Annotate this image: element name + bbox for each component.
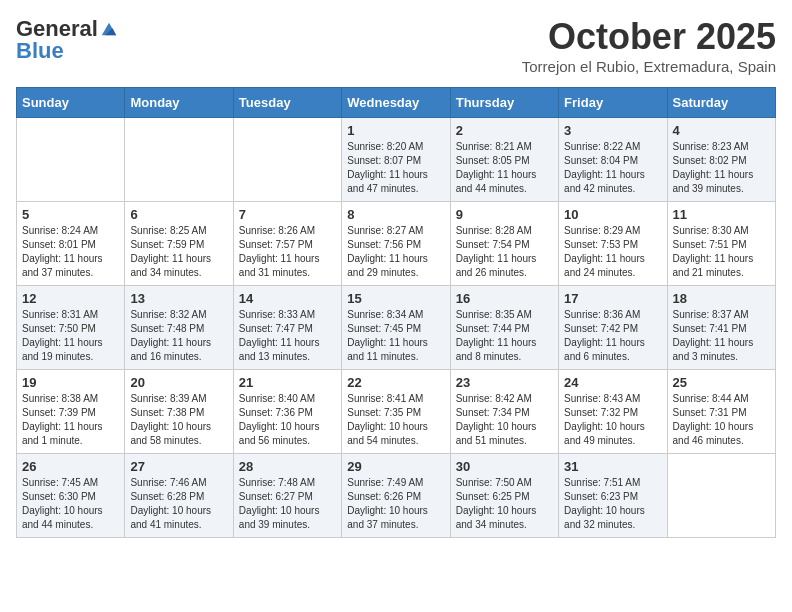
day-number: 19 — [22, 375, 119, 390]
weekday-header-thursday: Thursday — [450, 88, 558, 118]
calendar-cell: 30Sunrise: 7:50 AM Sunset: 6:25 PM Dayli… — [450, 454, 558, 538]
day-number: 22 — [347, 375, 444, 390]
day-number: 23 — [456, 375, 553, 390]
day-info: Sunrise: 8:36 AM Sunset: 7:42 PM Dayligh… — [564, 308, 661, 364]
day-number: 9 — [456, 207, 553, 222]
day-number: 2 — [456, 123, 553, 138]
day-info: Sunrise: 8:41 AM Sunset: 7:35 PM Dayligh… — [347, 392, 444, 448]
calendar-cell: 5Sunrise: 8:24 AM Sunset: 8:01 PM Daylig… — [17, 202, 125, 286]
day-info: Sunrise: 8:39 AM Sunset: 7:38 PM Dayligh… — [130, 392, 227, 448]
weekday-header-wednesday: Wednesday — [342, 88, 450, 118]
week-row-2: 5Sunrise: 8:24 AM Sunset: 8:01 PM Daylig… — [17, 202, 776, 286]
day-info: Sunrise: 7:49 AM Sunset: 6:26 PM Dayligh… — [347, 476, 444, 532]
weekday-header-row: SundayMondayTuesdayWednesdayThursdayFrid… — [17, 88, 776, 118]
title-block: October 2025 Torrejon el Rubio, Extremad… — [522, 16, 776, 75]
day-info: Sunrise: 7:51 AM Sunset: 6:23 PM Dayligh… — [564, 476, 661, 532]
day-info: Sunrise: 8:26 AM Sunset: 7:57 PM Dayligh… — [239, 224, 336, 280]
day-info: Sunrise: 8:22 AM Sunset: 8:04 PM Dayligh… — [564, 140, 661, 196]
day-info: Sunrise: 8:44 AM Sunset: 7:31 PM Dayligh… — [673, 392, 770, 448]
calendar-cell — [17, 118, 125, 202]
day-info: Sunrise: 8:37 AM Sunset: 7:41 PM Dayligh… — [673, 308, 770, 364]
day-info: Sunrise: 8:24 AM Sunset: 8:01 PM Dayligh… — [22, 224, 119, 280]
calendar-table: SundayMondayTuesdayWednesdayThursdayFrid… — [16, 87, 776, 538]
calendar-cell: 11Sunrise: 8:30 AM Sunset: 7:51 PM Dayli… — [667, 202, 775, 286]
calendar-cell: 25Sunrise: 8:44 AM Sunset: 7:31 PM Dayli… — [667, 370, 775, 454]
calendar-cell: 31Sunrise: 7:51 AM Sunset: 6:23 PM Dayli… — [559, 454, 667, 538]
calendar-cell — [233, 118, 341, 202]
calendar-cell: 7Sunrise: 8:26 AM Sunset: 7:57 PM Daylig… — [233, 202, 341, 286]
calendar-cell: 23Sunrise: 8:42 AM Sunset: 7:34 PM Dayli… — [450, 370, 558, 454]
day-info: Sunrise: 8:25 AM Sunset: 7:59 PM Dayligh… — [130, 224, 227, 280]
day-info: Sunrise: 7:50 AM Sunset: 6:25 PM Dayligh… — [456, 476, 553, 532]
day-info: Sunrise: 8:21 AM Sunset: 8:05 PM Dayligh… — [456, 140, 553, 196]
day-number: 26 — [22, 459, 119, 474]
calendar-cell: 9Sunrise: 8:28 AM Sunset: 7:54 PM Daylig… — [450, 202, 558, 286]
day-number: 10 — [564, 207, 661, 222]
day-number: 6 — [130, 207, 227, 222]
day-number: 30 — [456, 459, 553, 474]
day-info: Sunrise: 8:34 AM Sunset: 7:45 PM Dayligh… — [347, 308, 444, 364]
day-number: 7 — [239, 207, 336, 222]
page-header: General Blue October 2025 Torrejon el Ru… — [16, 16, 776, 75]
day-number: 12 — [22, 291, 119, 306]
day-number: 28 — [239, 459, 336, 474]
month-title: October 2025 — [522, 16, 776, 58]
weekday-header-saturday: Saturday — [667, 88, 775, 118]
calendar-cell: 10Sunrise: 8:29 AM Sunset: 7:53 PM Dayli… — [559, 202, 667, 286]
day-number: 8 — [347, 207, 444, 222]
logo-blue-text: Blue — [16, 38, 64, 63]
calendar-cell: 22Sunrise: 8:41 AM Sunset: 7:35 PM Dayli… — [342, 370, 450, 454]
logo: General Blue — [16, 16, 118, 64]
location-text: Torrejon el Rubio, Extremadura, Spain — [522, 58, 776, 75]
day-number: 31 — [564, 459, 661, 474]
day-number: 16 — [456, 291, 553, 306]
day-number: 29 — [347, 459, 444, 474]
day-info: Sunrise: 8:23 AM Sunset: 8:02 PM Dayligh… — [673, 140, 770, 196]
calendar-cell: 29Sunrise: 7:49 AM Sunset: 6:26 PM Dayli… — [342, 454, 450, 538]
calendar-cell: 26Sunrise: 7:45 AM Sunset: 6:30 PM Dayli… — [17, 454, 125, 538]
day-number: 27 — [130, 459, 227, 474]
weekday-header-sunday: Sunday — [17, 88, 125, 118]
calendar-cell — [667, 454, 775, 538]
calendar-cell: 1Sunrise: 8:20 AM Sunset: 8:07 PM Daylig… — [342, 118, 450, 202]
calendar-cell: 6Sunrise: 8:25 AM Sunset: 7:59 PM Daylig… — [125, 202, 233, 286]
day-number: 18 — [673, 291, 770, 306]
day-number: 17 — [564, 291, 661, 306]
weekday-header-friday: Friday — [559, 88, 667, 118]
calendar-cell: 18Sunrise: 8:37 AM Sunset: 7:41 PM Dayli… — [667, 286, 775, 370]
calendar-cell: 4Sunrise: 8:23 AM Sunset: 8:02 PM Daylig… — [667, 118, 775, 202]
day-info: Sunrise: 7:45 AM Sunset: 6:30 PM Dayligh… — [22, 476, 119, 532]
calendar-cell: 3Sunrise: 8:22 AM Sunset: 8:04 PM Daylig… — [559, 118, 667, 202]
day-number: 21 — [239, 375, 336, 390]
day-number: 14 — [239, 291, 336, 306]
day-info: Sunrise: 8:38 AM Sunset: 7:39 PM Dayligh… — [22, 392, 119, 448]
day-number: 20 — [130, 375, 227, 390]
day-info: Sunrise: 8:43 AM Sunset: 7:32 PM Dayligh… — [564, 392, 661, 448]
calendar-cell: 16Sunrise: 8:35 AM Sunset: 7:44 PM Dayli… — [450, 286, 558, 370]
day-number: 11 — [673, 207, 770, 222]
weekday-header-monday: Monday — [125, 88, 233, 118]
weekday-header-tuesday: Tuesday — [233, 88, 341, 118]
calendar-cell: 19Sunrise: 8:38 AM Sunset: 7:39 PM Dayli… — [17, 370, 125, 454]
calendar-cell: 28Sunrise: 7:48 AM Sunset: 6:27 PM Dayli… — [233, 454, 341, 538]
day-number: 4 — [673, 123, 770, 138]
calendar-cell: 8Sunrise: 8:27 AM Sunset: 7:56 PM Daylig… — [342, 202, 450, 286]
calendar-cell: 20Sunrise: 8:39 AM Sunset: 7:38 PM Dayli… — [125, 370, 233, 454]
logo-icon — [100, 20, 118, 38]
day-info: Sunrise: 8:30 AM Sunset: 7:51 PM Dayligh… — [673, 224, 770, 280]
day-number: 1 — [347, 123, 444, 138]
week-row-5: 26Sunrise: 7:45 AM Sunset: 6:30 PM Dayli… — [17, 454, 776, 538]
calendar-cell: 2Sunrise: 8:21 AM Sunset: 8:05 PM Daylig… — [450, 118, 558, 202]
week-row-4: 19Sunrise: 8:38 AM Sunset: 7:39 PM Dayli… — [17, 370, 776, 454]
calendar-cell: 15Sunrise: 8:34 AM Sunset: 7:45 PM Dayli… — [342, 286, 450, 370]
day-info: Sunrise: 8:31 AM Sunset: 7:50 PM Dayligh… — [22, 308, 119, 364]
day-number: 24 — [564, 375, 661, 390]
day-info: Sunrise: 8:35 AM Sunset: 7:44 PM Dayligh… — [456, 308, 553, 364]
day-info: Sunrise: 8:20 AM Sunset: 8:07 PM Dayligh… — [347, 140, 444, 196]
day-number: 5 — [22, 207, 119, 222]
calendar-cell: 13Sunrise: 8:32 AM Sunset: 7:48 PM Dayli… — [125, 286, 233, 370]
day-info: Sunrise: 8:42 AM Sunset: 7:34 PM Dayligh… — [456, 392, 553, 448]
calendar-cell: 27Sunrise: 7:46 AM Sunset: 6:28 PM Dayli… — [125, 454, 233, 538]
week-row-1: 1Sunrise: 8:20 AM Sunset: 8:07 PM Daylig… — [17, 118, 776, 202]
week-row-3: 12Sunrise: 8:31 AM Sunset: 7:50 PM Dayli… — [17, 286, 776, 370]
